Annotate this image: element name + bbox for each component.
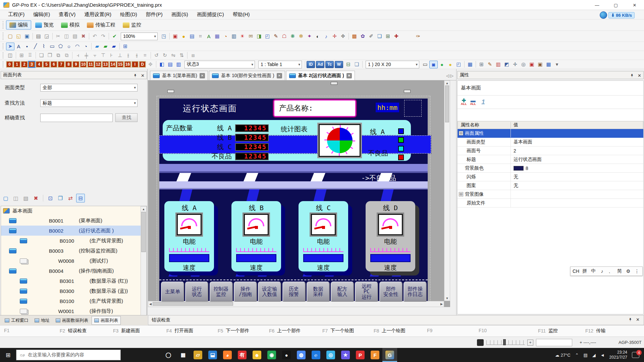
panel-tab[interactable]: 画面数据列表	[53, 316, 91, 325]
separator[interactable]	[109, 33, 109, 40]
tray-chevron-icon[interactable]: ⌃	[575, 353, 579, 358]
seven-segment-display[interactable]: 12345	[235, 153, 269, 160]
fill-green-icon[interactable]: ▰	[101, 43, 110, 50]
separator[interactable]	[348, 33, 349, 40]
menu-item[interactable]: 部件(P)	[142, 10, 167, 19]
target-icon[interactable]: ◎	[519, 61, 528, 68]
grid-blue-icon[interactable]: ▦	[544, 61, 553, 68]
clock-tray[interactable]: 23:24 2021/7/27	[609, 350, 627, 360]
pin-icon[interactable]: 🖈	[628, 317, 633, 322]
selection-handle[interactable]	[331, 82, 337, 85]
snap-icon[interactable]: ⠿	[26, 52, 34, 59]
alarm-part-icon[interactable]: ☀	[238, 33, 247, 40]
separator[interactable]	[16, 52, 16, 59]
selector-icon[interactable]: ✥	[339, 33, 347, 40]
menu-item[interactable]: 画面(S)	[167, 10, 192, 19]
print-icon[interactable]: ▤	[34, 33, 43, 40]
state-number-button[interactable]: 6	[50, 61, 57, 68]
order-number-icon[interactable]: 1	[481, 98, 485, 106]
ime-button[interactable]: 、	[607, 267, 615, 275]
display-icon[interactable]: ⊡	[46, 194, 55, 202]
net-monitor-icon[interactable]	[600, 11, 607, 19]
security-icon[interactable]: ☖	[280, 33, 288, 40]
separator[interactable]	[89, 33, 89, 40]
meter-panel[interactable]: 线 B 电能 速度	[231, 201, 281, 272]
window-part-icon[interactable]: ◰	[263, 33, 272, 40]
canvas-vscrollbar[interactable]: ▲▼	[444, 80, 450, 301]
group-icon[interactable]: ❏	[375, 33, 384, 40]
align-left-icon[interactable]: ⫞	[74, 52, 82, 59]
taskbar-orange-app-icon[interactable]: F	[368, 348, 382, 362]
menu-item[interactable]: 帮助(H)	[229, 10, 254, 19]
3d-box-icon[interactable]: ◫	[6, 52, 14, 59]
panel-tab[interactable]: 画面列表	[92, 316, 121, 325]
minimize-button[interactable]: —	[588, 0, 606, 10]
paste-screen-icon[interactable]: ▧	[21, 194, 30, 202]
taskbar-taskview-icon[interactable]: ▦	[176, 348, 191, 362]
pin-icon[interactable]: 🖈	[630, 73, 634, 78]
window-off-icon[interactable]: ▭	[421, 61, 429, 68]
separator[interactable]	[119, 43, 120, 50]
property-row[interactable]: 画面号 2	[458, 146, 643, 155]
state-number-button[interactable]: 8	[65, 61, 72, 68]
preview-button[interactable]: 预览	[32, 20, 57, 29]
table-part-icon[interactable]: ⊞	[384, 33, 392, 40]
taskbar-chrome-icon[interactable]: ◍	[294, 348, 309, 362]
document-tab[interactable]: 基本 10(部件安全性画面 ) ✕	[209, 71, 285, 80]
ime-button[interactable]: ♪	[598, 267, 606, 275]
flip-h-icon[interactable]: ⇋	[169, 52, 177, 59]
maximize-button[interactable]: ▢	[606, 0, 625, 10]
nav-button[interactable]: 操作 /指南	[234, 282, 257, 302]
transfer-project-button[interactable]: 传输工程	[84, 20, 119, 29]
data-display-icon[interactable]: ▤	[188, 33, 196, 40]
state-number-button[interactable]: 4	[36, 61, 43, 68]
status-input[interactable]	[536, 339, 572, 346]
move-cross-icon[interactable]: ✛	[511, 61, 519, 68]
paste-icon[interactable]: ▧	[71, 33, 79, 40]
nav-button[interactable]: 运行 状态	[185, 282, 208, 302]
window-on-icon[interactable]: ◙	[429, 61, 438, 68]
light-ball-icon[interactable]: ●	[446, 61, 454, 68]
meter-panel[interactable]: 线 A 电能 速度	[164, 201, 214, 272]
state-number-button[interactable]: 7	[58, 61, 65, 68]
nav-button[interactable]: 部件 安全性	[379, 282, 402, 302]
taskbar-store-icon[interactable]: ⬓	[205, 348, 220, 362]
grid-size-combo[interactable]: 1 ) 20 X 20	[366, 61, 419, 68]
separator[interactable]	[151, 52, 151, 59]
hmi-screen[interactable]: 运行状态画面 产品名称: hh:mm 产品数量 线 A 12345 线 B 12…	[159, 99, 428, 302]
nav-button[interactable]: 远程 PC 运行	[355, 282, 378, 302]
nav-button[interactable]: 主菜单	[161, 282, 184, 302]
taskbar-firefox-icon[interactable]: ◕	[220, 348, 235, 362]
taskbar-black-app-icon[interactable]: ●	[279, 348, 294, 362]
circle-tool-icon[interactable]: ○	[65, 43, 73, 50]
cascade-icon[interactable]: ❐	[56, 194, 65, 202]
nav-button[interactable]: 数据 采样	[307, 282, 330, 302]
send-back-icon[interactable]: ❐	[46, 52, 54, 59]
taskbar-gppro-icon[interactable]: G	[382, 348, 397, 362]
save-icon[interactable]: ▣	[23, 33, 31, 40]
document-tab[interactable]: 基本 1(菜单画面) ✕	[150, 71, 208, 80]
rotate-ccw-icon[interactable]: ↺	[152, 52, 161, 59]
volume-icon[interactable]: ◄	[600, 353, 605, 358]
separator[interactable]	[169, 33, 170, 40]
canvas-viewport[interactable]: 运行状态画面 产品名称: hh:mm 产品数量 线 A 12345 线 B 12…	[148, 80, 450, 307]
text-part-icon[interactable]: A	[205, 33, 213, 40]
collapse-all-button[interactable]: ▬ALL	[470, 99, 476, 106]
exact-search-input[interactable]	[40, 114, 113, 122]
separator[interactable]	[36, 52, 36, 59]
start-button[interactable]: ⊞	[0, 348, 16, 362]
screen-tree-root[interactable]: 基本画面	[1, 206, 147, 216]
state-number-button[interactable]: 1	[13, 61, 20, 68]
function-key[interactable]: F1	[4, 328, 12, 333]
state-combo[interactable]: 状态3	[184, 61, 255, 68]
nav-button[interactable]: 部件操 作日志	[404, 282, 427, 302]
search-method-combo[interactable]: 标题	[40, 99, 138, 107]
tab-close-icon[interactable]: ✕	[200, 73, 205, 78]
sound-icon[interactable]: ♪	[322, 33, 330, 40]
preview-icon[interactable]: ◲	[43, 33, 51, 40]
date-part-icon[interactable]: ▦	[213, 33, 221, 40]
state-number-button[interactable]: 2	[21, 61, 28, 68]
symbol-icon[interactable]: ✿	[359, 33, 367, 40]
keypad-icon[interactable]: ⌗	[196, 33, 205, 40]
taskbar-violet-app-icon[interactable]: ★	[338, 348, 353, 362]
